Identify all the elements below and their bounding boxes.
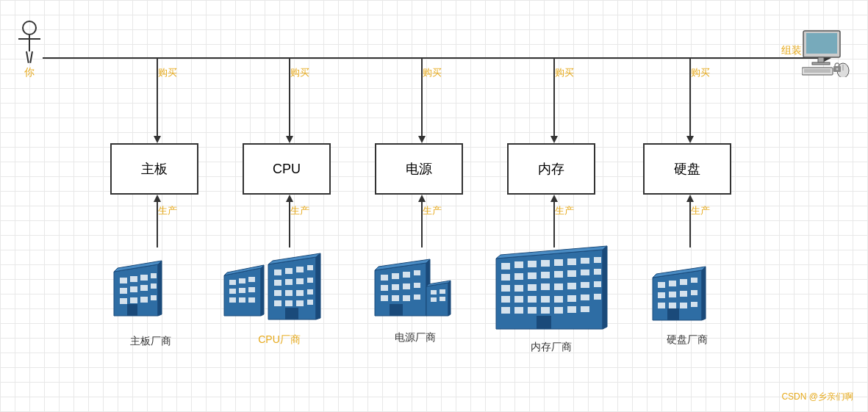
svg-rect-70 [392, 295, 399, 301]
svg-rect-20 [151, 283, 157, 289]
svg-rect-78 [440, 289, 445, 294]
svg-rect-102 [528, 284, 537, 291]
person-right-leg [29, 51, 33, 63]
produce-arrow-memory [550, 195, 558, 247]
svg-rect-21 [120, 298, 127, 304]
svg-rect-90 [581, 258, 589, 264]
memory-factory: 内存厂商 [492, 242, 610, 354]
buy-label-power: 购买 [423, 66, 442, 79]
svg-rect-122 [581, 306, 589, 312]
produce-arrow-harddisk-head [686, 195, 694, 202]
buy-label-harddisk: 购买 [691, 66, 710, 79]
memory-box: 内存 [507, 143, 595, 195]
svg-rect-100 [501, 285, 510, 292]
svg-rect-62 [392, 273, 399, 279]
svg-rect-47 [296, 278, 304, 284]
buy-arrow-power-head [418, 136, 426, 143]
produce-arrow-harddisk [686, 195, 694, 247]
svg-rect-135 [658, 303, 665, 308]
svg-rect-121 [567, 306, 576, 313]
svg-rect-95 [541, 272, 550, 278]
svg-marker-28 [261, 265, 264, 316]
diagram-canvas: 组装 你 [0, 0, 868, 412]
svg-rect-103 [541, 283, 550, 290]
svg-rect-73 [390, 304, 403, 316]
svg-rect-43 [296, 267, 304, 272]
svg-rect-37 [248, 297, 255, 303]
svg-rect-131 [658, 292, 665, 298]
svg-rect-120 [554, 307, 563, 314]
memory-vendor-label: 内存厂商 [492, 341, 610, 354]
svg-rect-132 [669, 292, 676, 297]
svg-rect-17 [120, 288, 127, 294]
svg-rect-110 [528, 296, 537, 303]
svg-rect-24 [151, 295, 157, 300]
svg-rect-13 [120, 278, 127, 283]
mainboard-box: 主板 [110, 143, 198, 195]
svg-rect-48 [307, 278, 313, 283]
svg-rect-85 [514, 261, 523, 268]
svg-rect-128 [669, 281, 676, 286]
cpu-factory: CPU厂商 [220, 246, 338, 347]
produce-arrow-cpu-head [286, 195, 293, 202]
svg-rect-127 [658, 282, 665, 288]
svg-rect-36 [239, 297, 245, 303]
svg-rect-97 [567, 270, 576, 277]
produce-arrow-mainboard-head [154, 195, 161, 202]
svg-rect-139 [667, 308, 679, 320]
svg-rect-138 [691, 302, 697, 307]
svg-rect-99 [594, 269, 601, 275]
svg-rect-89 [567, 259, 576, 265]
svg-rect-46 [285, 279, 293, 285]
svg-rect-69 [381, 295, 388, 301]
cpu-label: CPU [273, 162, 301, 177]
svg-rect-33 [239, 288, 245, 293]
computer-icon [802, 29, 855, 80]
watermark: CSDN @乡亲们啊 [781, 391, 853, 403]
svg-rect-64 [414, 270, 420, 275]
svg-rect-71 [403, 295, 410, 301]
svg-rect-116 [501, 307, 510, 314]
buy-label-mainboard: 购买 [158, 66, 177, 79]
buy-arrow-harddisk-head [686, 136, 694, 143]
buy-label-memory: 购买 [555, 66, 574, 79]
harddisk-vendor-label: 硬盘厂商 [647, 333, 728, 347]
svg-rect-3 [812, 62, 830, 65]
svg-rect-5 [804, 69, 831, 73]
svg-rect-134 [691, 290, 697, 295]
svg-rect-68 [414, 283, 420, 288]
svg-rect-50 [285, 290, 293, 296]
svg-rect-91 [594, 257, 601, 263]
svg-rect-80 [440, 297, 445, 301]
produce-label-cpu: 生产 [290, 204, 309, 217]
svg-rect-57 [285, 308, 298, 319]
produce-label-mainboard: 生产 [158, 204, 177, 217]
svg-marker-126 [702, 267, 706, 320]
svg-rect-104 [554, 283, 563, 290]
svg-rect-111 [541, 296, 550, 303]
svg-rect-84 [501, 263, 510, 270]
svg-rect-87 [541, 260, 550, 267]
svg-rect-15 [140, 275, 148, 281]
svg-rect-52 [307, 289, 313, 294]
memory-label: 内存 [538, 160, 564, 178]
svg-rect-14 [130, 276, 137, 282]
svg-rect-107 [594, 281, 601, 287]
produce-label-power: 生产 [423, 204, 442, 217]
svg-rect-65 [381, 285, 388, 291]
svg-rect-32 [229, 289, 236, 294]
svg-rect-55 [296, 300, 304, 306]
mainboard-label: 主板 [141, 160, 168, 178]
svg-rect-93 [514, 273, 523, 280]
buy-arrow-cpu-head [286, 136, 293, 143]
svg-rect-79 [431, 297, 437, 302]
svg-rect-137 [680, 303, 687, 308]
svg-marker-12 [158, 261, 162, 316]
power-vendor-label: 电源厂商 [367, 331, 463, 344]
produce-label-harddisk: 生产 [691, 204, 710, 217]
svg-rect-23 [140, 297, 148, 303]
svg-rect-109 [514, 296, 523, 303]
buy-arrow-mainboard-head [154, 136, 161, 143]
buy-label-cpu: 购买 [290, 66, 309, 79]
svg-rect-34 [248, 287, 255, 292]
